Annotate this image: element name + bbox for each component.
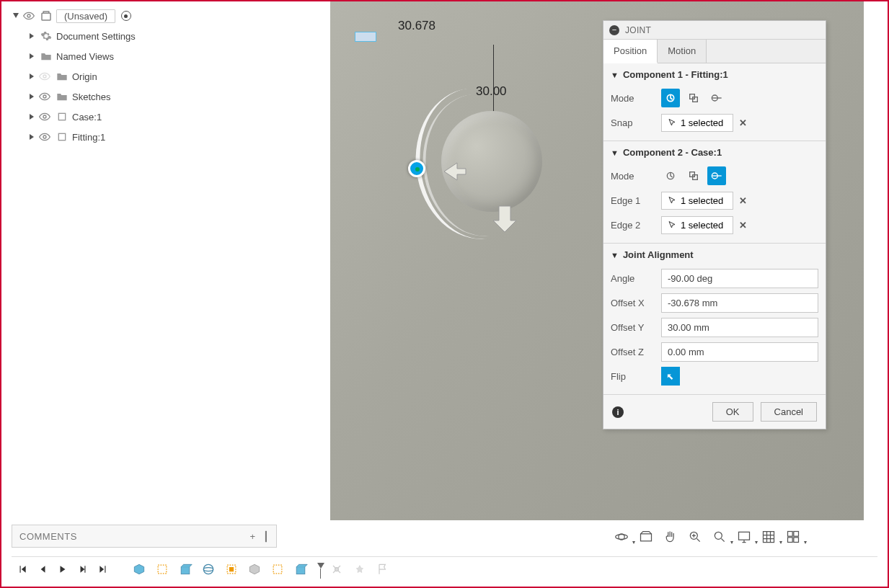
- svg-rect-31: [273, 565, 282, 574]
- component-icon: [55, 130, 69, 144]
- zoom-icon[interactable]: [687, 529, 703, 545]
- panel-collapse-icon[interactable]: −: [609, 25, 619, 35]
- timeline-feature-icon[interactable]: [154, 561, 170, 577]
- visibility-off-icon[interactable]: [39, 71, 52, 82]
- mode-between-faces-icon[interactable]: [684, 89, 703, 107]
- comments-bar[interactable]: COMMENTS + ┃: [12, 525, 277, 548]
- root-name[interactable]: (Unsaved): [56, 9, 115, 23]
- mode-between-faces-icon[interactable]: [684, 166, 703, 185]
- svg-rect-24: [788, 538, 793, 543]
- svg-point-4: [43, 115, 46, 118]
- panel-footer: i OK Cancel: [603, 395, 826, 429]
- visibility-icon[interactable]: [39, 111, 52, 122]
- tree-label: Document Settings: [56, 31, 136, 42]
- tab-position[interactable]: Position: [603, 40, 658, 63]
- visibility-icon[interactable]: [39, 91, 52, 102]
- browser-tree: (Unsaved) Document Settings Named Views …: [12, 6, 300, 147]
- folder-icon: [55, 89, 69, 104]
- svg-point-3: [43, 95, 46, 98]
- add-comment-icon[interactable]: +: [249, 531, 255, 542]
- dimension-widget-icon[interactable]: [355, 32, 376, 42]
- offsety-input[interactable]: [661, 318, 818, 337]
- comments-handle-icon[interactable]: ┃: [263, 531, 270, 542]
- pan-icon[interactable]: [663, 529, 678, 545]
- expand-icon[interactable]: [27, 32, 36, 40]
- mode-two-edge-icon[interactable]: [707, 89, 726, 107]
- mode-simple-icon[interactable]: [661, 166, 680, 185]
- cancel-button[interactable]: Cancel: [761, 402, 817, 422]
- tab-motion[interactable]: Motion: [658, 40, 707, 63]
- mode-simple-icon[interactable]: [661, 89, 680, 107]
- timeline-feature-icon[interactable]: [224, 561, 239, 577]
- clear-selection-icon[interactable]: ✕: [739, 117, 747, 128]
- timeline-feature-extrude-icon[interactable]: [293, 561, 309, 577]
- offsetz-input[interactable]: [661, 342, 818, 362]
- timeline-feature-pin-icon[interactable]: [352, 561, 368, 577]
- look-at-icon[interactable]: [638, 529, 654, 545]
- tree-item-sketches[interactable]: Sketches: [12, 86, 300, 107]
- zoom-window-icon[interactable]: ▾: [712, 529, 727, 545]
- tree-item-document-settings[interactable]: Document Settings: [12, 26, 300, 46]
- visibility-icon[interactable]: [39, 131, 52, 143]
- tree-item-fitting[interactable]: Fitting:1: [12, 127, 300, 147]
- collapse-icon[interactable]: [12, 12, 20, 20]
- tree-item-origin[interactable]: Origin: [12, 66, 300, 86]
- svg-rect-32: [296, 566, 305, 574]
- clear-selection-icon[interactable]: ✕: [739, 220, 747, 231]
- component-root-icon: [39, 9, 53, 23]
- svg-point-17: [616, 535, 628, 540]
- tree-item-named-views[interactable]: Named Views: [12, 46, 300, 66]
- timeline-feature-flag-icon[interactable]: [375, 561, 391, 577]
- tree-item-case[interactable]: Case:1: [12, 107, 300, 127]
- mode-two-edge-icon[interactable]: [707, 166, 726, 185]
- panel-header[interactable]: − JOINT: [603, 21, 826, 40]
- angle-input[interactable]: [661, 269, 818, 288]
- display-settings-icon[interactable]: ▾: [736, 529, 752, 545]
- edge2-selection[interactable]: 1 selected: [661, 216, 733, 234]
- timeline-end-icon[interactable]: [97, 563, 110, 576]
- timeline-marker[interactable]: [316, 561, 322, 577]
- timeline-feature-joint-icon[interactable]: [329, 561, 345, 577]
- expand-icon[interactable]: [27, 92, 36, 101]
- expand-icon[interactable]: [27, 72, 36, 81]
- timeline-next-icon[interactable]: [76, 563, 89, 576]
- viewport-layout-icon[interactable]: ▾: [785, 529, 801, 545]
- section-header[interactable]: ▼Component 1 - Fitting:1: [611, 69, 818, 80]
- expand-icon[interactable]: [27, 112, 36, 121]
- ok-button[interactable]: OK: [712, 402, 753, 422]
- timeline-feature-extrude-icon[interactable]: [177, 561, 193, 577]
- timeline-prev-icon[interactable]: [36, 563, 49, 576]
- flip-button[interactable]: [661, 367, 680, 386]
- svg-point-6: [43, 135, 46, 138]
- activate-radio[interactable]: [121, 11, 131, 21]
- timeline-feature-body-icon[interactable]: [247, 561, 262, 577]
- tree-root-row[interactable]: (Unsaved): [12, 6, 300, 26]
- section-header[interactable]: ▼Component 2 - Case:1: [611, 147, 818, 158]
- offsetx-input[interactable]: [661, 293, 818, 313]
- section-header[interactable]: ▼Joint Alignment: [611, 249, 818, 260]
- orbit-icon[interactable]: ▾: [614, 529, 629, 545]
- clear-selection-icon[interactable]: ✕: [739, 195, 747, 206]
- info-icon[interactable]: i: [612, 406, 624, 418]
- timeline-feature-sketch-icon[interactable]: [131, 561, 147, 577]
- drag-arrow-left-icon[interactable]: [437, 156, 472, 190]
- expand-icon[interactable]: [27, 133, 36, 141]
- snap-selection[interactable]: 1 selected: [661, 114, 733, 132]
- svg-point-33: [335, 567, 339, 571]
- svg-rect-22: [788, 532, 793, 537]
- tree-label: Sketches: [72, 92, 110, 102]
- visibility-icon[interactable]: [23, 10, 36, 22]
- offsetz-label: Offset Z: [611, 347, 655, 357]
- timeline-play-icon[interactable]: [56, 563, 69, 576]
- drag-arrow-down-icon[interactable]: [487, 202, 522, 236]
- timeline-feature-icon[interactable]: [270, 561, 286, 577]
- rotation-handle[interactable]: [408, 160, 425, 177]
- edge1-selection[interactable]: 1 selected: [661, 192, 733, 210]
- expand-icon[interactable]: [27, 52, 36, 61]
- timeline-start-icon[interactable]: [16, 563, 29, 576]
- grid-settings-icon[interactable]: ▾: [761, 529, 777, 545]
- dimension-x[interactable]: 30.678: [398, 19, 435, 33]
- edge1-label: Edge 1: [611, 195, 655, 206]
- cursor-icon: [668, 220, 676, 230]
- timeline-feature-revolve-icon[interactable]: [200, 561, 216, 577]
